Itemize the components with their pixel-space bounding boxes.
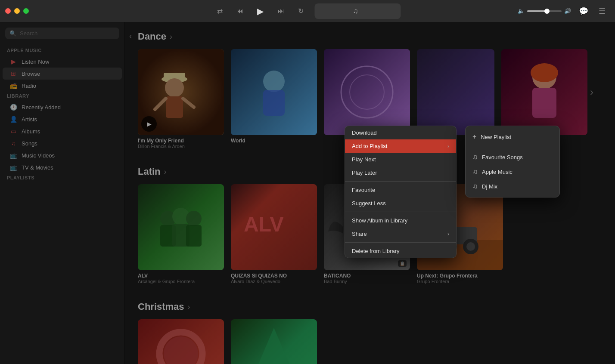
album-name-dance-1: I'm My Only Friend — [138, 138, 224, 144]
ctx-share[interactable]: Share › — [345, 227, 456, 241]
album-name-latin-4: Up Next: Grupo Frontera — [417, 273, 503, 279]
sub-favourite-songs[interactable]: ♫ Favourite Songs — [466, 150, 559, 164]
ctx-download[interactable]: Download — [345, 126, 456, 139]
sub-dj-mix[interactable]: ♫ Dj Mix — [466, 179, 559, 194]
volume-low-icon: 🔈 — [518, 8, 525, 14]
ctx-add-to-playlist[interactable]: Add to Playlist › — [345, 139, 456, 153]
close-button[interactable] — [5, 8, 11, 14]
album-thumb-latin-2: ALV — [231, 184, 317, 270]
sidebar-section-apple-music: Apple Music — [0, 46, 124, 56]
albums-icon: ▭ — [9, 128, 17, 135]
sidebar-item-recently-added[interactable]: 🕐 Recently Added — [3, 101, 122, 113]
sub-apple-music-label: Apple Music — [482, 169, 512, 175]
play-button[interactable]: ▶ — [255, 4, 266, 18]
christmas-section-arrow[interactable]: › — [188, 302, 190, 312]
ctx-share-arrow: › — [447, 231, 449, 237]
titlebar-right: 🔈 🔊 💬 ☰ — [518, 5, 608, 18]
ctx-delete-label: Delete from Library — [352, 248, 400, 254]
album-thumb-latin-1 — [138, 184, 224, 270]
music-videos-icon: 📺 — [9, 152, 17, 159]
ctx-delete[interactable]: Delete from Library — [345, 244, 456, 258]
album-dance-1[interactable]: ▶ I'm My Only Friend Dillon Francis & Ar… — [138, 49, 224, 149]
volume-track — [527, 10, 562, 12]
ctx-favourite[interactable]: Favourite — [345, 183, 456, 197]
now-playing-box: ♫ — [315, 3, 401, 19]
play-overlay-dance-1[interactable]: ▶ — [141, 116, 157, 132]
album-latin-2[interactable]: ALV QUIZÁS SI QUIZÁS NO Álvaro Díaz & Qu… — [231, 184, 317, 284]
sub-apple-music[interactable]: ♫ Apple Music — [466, 164, 559, 179]
tv-movies-icon: 📺 — [9, 164, 17, 171]
ctx-favourite-label: Favourite — [352, 187, 375, 193]
sidebar-item-music-videos[interactable]: 📺 Music Videos — [3, 149, 122, 161]
search-bar[interactable]: 🔍 — [5, 28, 119, 39]
minimize-button[interactable] — [14, 8, 20, 14]
radio-icon: 📻 — [9, 82, 17, 89]
sidebar-item-label: Listen Now — [22, 59, 49, 65]
svg-rect-16 — [532, 88, 556, 118]
sidebar-item-songs[interactable]: ♫ Songs — [3, 137, 122, 149]
sub-menu-playlist: + New Playlist ♫ Favourite Songs ♫ Apple… — [465, 126, 560, 197]
recently-added-icon: 🕐 — [9, 104, 17, 111]
album-thumb-dance-5 — [501, 49, 587, 135]
dance-nav-arrow[interactable]: › — [590, 86, 593, 98]
christmas-section-title: Christmas — [138, 301, 184, 312]
lyrics-button[interactable]: 💬 — [576, 5, 591, 18]
album-name-dance-2: World — [231, 138, 317, 144]
latin-section-arrow[interactable]: › — [164, 167, 167, 176]
ctx-suggest-less[interactable]: Suggest Less — [345, 197, 456, 210]
volume-knob — [544, 9, 550, 14]
album-dance-2[interactable]: World — [231, 49, 317, 144]
sidebar-item-browse[interactable]: ⊞ Browse — [3, 68, 122, 80]
ctx-download-label: Download — [352, 130, 377, 136]
songs-icon: ♫ — [9, 140, 17, 147]
sidebar-item-radio[interactable]: 📻 Radio — [3, 80, 122, 92]
svg-text:ALV: ALV — [244, 213, 283, 236]
ctx-play-later[interactable]: Play Later — [345, 166, 456, 179]
album-artist-dance-1: Dillon Francis & Arden — [138, 144, 224, 149]
ctx-play-later-label: Play Later — [352, 170, 377, 176]
queue-button[interactable]: ☰ — [596, 5, 608, 18]
shuffle-button[interactable]: ⇄ — [214, 5, 225, 17]
latin-section-title: Latin — [138, 166, 161, 177]
sidebar-section-playlists: Playlists — [0, 173, 124, 183]
repeat-button[interactable]: ↻ — [295, 5, 306, 17]
search-input[interactable] — [20, 30, 115, 37]
album-xmas-2[interactable] — [231, 319, 317, 364]
ctx-share-label: Share — [352, 231, 367, 237]
sidebar-item-tv-movies[interactable]: 📺 TV & Movies — [3, 161, 122, 173]
maximize-button[interactable] — [23, 8, 29, 14]
album-artist-latin-3: Bad Bunny — [324, 279, 410, 284]
album-thumb-xmas-2 — [231, 319, 317, 364]
ctx-divider-3 — [345, 242, 456, 243]
svg-point-39 — [466, 242, 475, 251]
album-thumb-dance-3 — [324, 49, 410, 135]
ctx-show-album[interactable]: Show Album in Library — [345, 214, 456, 227]
prev-button[interactable]: ⏮ — [234, 6, 246, 17]
sidebar-item-listen-now[interactable]: ▶ Listen Now — [3, 56, 122, 68]
back-button[interactable]: ‹ — [129, 31, 132, 41]
titlebar-controls: ⇄ ⏮ ▶ ⏭ ↻ ♫ — [214, 3, 401, 19]
sub-dj-mix-label: Dj Mix — [482, 183, 497, 190]
album-xmas-1[interactable] — [138, 319, 224, 364]
sidebar-item-artists[interactable]: 👤 Artists — [3, 113, 122, 125]
album-dance-4-partial[interactable] — [417, 49, 494, 138]
sidebar-item-label: TV & Movies — [22, 164, 53, 171]
album-dance-3[interactable] — [324, 49, 410, 138]
dance-section-title: Dance — [138, 31, 166, 42]
sub-apple-music-icon: ♫ — [472, 168, 478, 176]
sidebar-item-label: Artists — [22, 116, 37, 123]
next-button[interactable]: ⏭ — [275, 6, 287, 17]
svg-point-20 — [186, 211, 202, 226]
ctx-submenu-arrow: › — [447, 143, 449, 149]
search-icon: 🔍 — [9, 30, 16, 37]
volume-slider[interactable]: 🔈 🔊 — [518, 8, 571, 14]
main-layout: 🔍 Apple Music ▶ Listen Now ⊞ Browse 📻 Ra… — [0, 22, 615, 364]
ctx-play-next[interactable]: Play Next — [345, 153, 456, 166]
svg-rect-10 — [324, 49, 410, 135]
sidebar-item-albums[interactable]: ▭ Albums — [3, 125, 122, 137]
album-latin-1[interactable]: ALV Arcángel & Grupo Frontera — [138, 184, 224, 284]
content-area: ‹ Dance › — [125, 22, 615, 364]
dance-section-arrow[interactable]: › — [170, 32, 172, 41]
sub-new-playlist[interactable]: + New Playlist — [466, 130, 559, 144]
ctx-divider-1 — [345, 181, 456, 182]
